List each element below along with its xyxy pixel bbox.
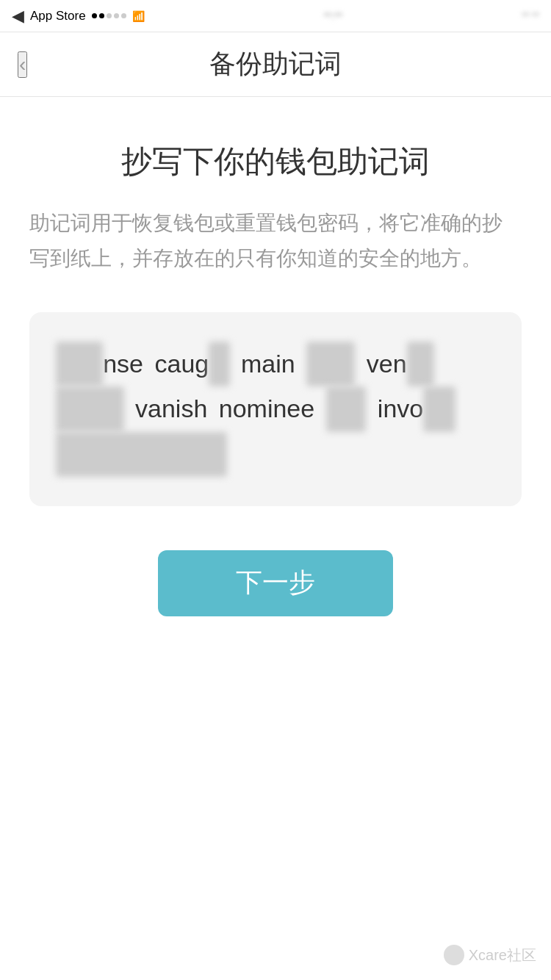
signal-dots (92, 13, 126, 18)
signal-dot-1 (92, 13, 97, 18)
back-button[interactable]: ‹ (18, 51, 27, 78)
mnemonic-word-blurred-2: ht (209, 342, 229, 386)
wifi-icon: 📶 (132, 10, 145, 22)
next-button[interactable]: 下一步 (158, 550, 393, 616)
signal-dot-4 (114, 13, 119, 18)
page-title: 备份助记词 (209, 46, 342, 82)
mnemonic-word-blurred-6: aim (326, 386, 367, 431)
status-back-arrow: ◀ (12, 7, 24, 26)
status-bar: ◀ App Store 📶 **:** ** ** (0, 0, 551, 32)
nav-bar: ‹ 备份助记词 (0, 32, 551, 97)
signal-dot-3 (107, 13, 112, 18)
watermark-icon (444, 945, 464, 965)
main-heading: 抄写下你的钱包助记词 (121, 141, 430, 182)
main-content: 抄写下你的钱包助记词 助记词用于恢复钱包或重置钱包密码，将它准确的抄写到纸上，并… (0, 97, 551, 646)
status-time: **:** (324, 10, 343, 22)
signal-dot-5 (121, 13, 126, 18)
watermark-text: Xcare社区 (469, 945, 536, 965)
mnemonic-word-blurred-5: library (56, 386, 124, 431)
description-text: 助记词用于恢复钱包或重置钱包密码，将它准确的抄写到纸上，并存放在的只有你知道的安… (29, 206, 522, 275)
mnemonic-word-blurred-7: lve (423, 386, 455, 431)
footer-watermark: Xcare社区 (444, 945, 536, 965)
mnemonic-word-blurred-4: ue (407, 342, 435, 386)
mnemonic-word-blurred-1: imm (56, 342, 103, 386)
signal-dot-2 (99, 13, 104, 18)
mnemonic-word-blurred-3: food (306, 342, 355, 386)
mnemonic-text: immnse caught main food venue library va… (56, 342, 495, 477)
mnemonic-word-blurred-8: strategy merge (56, 432, 227, 477)
mnemonic-box: immnse caught main food venue library va… (29, 312, 522, 506)
status-left: ◀ App Store 📶 (12, 7, 145, 26)
app-store-label: App Store (30, 9, 86, 24)
status-battery: ** ** (522, 10, 539, 21)
